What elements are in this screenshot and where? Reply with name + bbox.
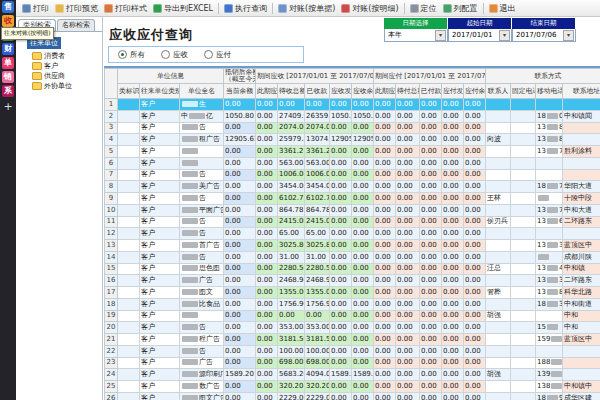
cell-pay-occurred[interactable]: 0.00 <box>442 381 464 393</box>
cell-recv-total[interactable]: 3025.80 <box>278 240 305 252</box>
cell-received[interactable]: 1006.00 <box>305 169 330 181</box>
cell-recv-balance[interactable]: 0.00 <box>352 334 374 346</box>
table-row[interactable]: 21客户程广告0.000.003181.503181.500.000.000.0… <box>105 334 600 346</box>
cell-pay-before[interactable]: 0.00 <box>374 169 396 181</box>
cell-mobile[interactable] <box>536 157 563 169</box>
cell-landline[interactable] <box>511 157 536 169</box>
cell-current-balance[interactable]: 0.00 <box>224 146 256 158</box>
cell-current-balance[interactable]: 0.00 <box>224 334 256 346</box>
cell-unit-category[interactable]: 客户 <box>140 240 180 252</box>
cell-class-flag[interactable] <box>118 334 140 346</box>
cell-pay-occurred[interactable]: 0.00 <box>442 216 464 228</box>
cell-class-flag[interactable] <box>118 310 140 322</box>
cell-unit-category[interactable]: 客户 <box>140 110 180 122</box>
cell-recv-occurred[interactable]: 0.00 <box>330 193 352 205</box>
cell-contact-person[interactable] <box>486 357 511 369</box>
cell-row-number[interactable]: 21 <box>105 334 118 346</box>
cell-paid[interactable]: 0.00 <box>420 122 442 134</box>
cell-class-flag[interactable] <box>118 193 140 205</box>
cell-class-flag[interactable] <box>118 322 140 334</box>
cell-recv-total[interactable]: 2229.00 <box>278 392 305 400</box>
cell-received[interactable]: 6102.73 <box>305 193 330 205</box>
cell-received[interactable]: 0.00 <box>305 310 330 322</box>
cell-unit-category[interactable]: 客户 <box>140 392 180 400</box>
cell-recv-before[interactable]: 0.00 <box>256 275 278 287</box>
cell-contact-person[interactable] <box>486 334 511 346</box>
run-query-button[interactable]: 执行查询 <box>221 1 270 15</box>
cell-class-flag[interactable] <box>118 157 140 169</box>
cell-paid[interactable]: 0.00 <box>420 193 442 205</box>
cell-pay-before[interactable]: 0.00 <box>374 381 396 393</box>
cell-row-number[interactable]: 23 <box>105 357 118 369</box>
cell-recv-balance[interactable]: 0.00 <box>352 216 374 228</box>
cell-contact-person[interactable] <box>486 169 511 181</box>
cell-current-balance[interactable]: 0.00 <box>224 322 256 334</box>
table-row[interactable]: 13客户首广告0.000.003025.803025.800.000.000.0… <box>105 240 600 252</box>
cell-recv-occurred[interactable]: 0.00 <box>330 392 352 400</box>
cell-landline[interactable] <box>511 392 536 400</box>
cell-recv-occurred[interactable]: 0.00 <box>330 298 352 310</box>
cell-mobile[interactable] <box>536 169 563 181</box>
cell-unit-category[interactable]: 客户 <box>140 204 180 216</box>
table-row[interactable]: 23客户广告0.000.00698.00698.000.000.000.000.… <box>105 357 600 369</box>
cell-recv-total[interactable]: 3181.50 <box>278 334 305 346</box>
cell-recv-balance[interactable]: 0.00 <box>352 251 374 263</box>
cell-unit-category[interactable]: 客户 <box>140 228 180 240</box>
cell-recv-balance[interactable]: 0.00 <box>352 357 374 369</box>
cell-pay-before[interactable]: 0.00 <box>374 240 396 252</box>
cell-pay-balance[interactable]: 0.00 <box>464 287 486 299</box>
cell-pay-balance[interactable]: 0.00 <box>464 310 486 322</box>
cell-pay-before[interactable]: 0.00 <box>374 263 396 275</box>
cell-landline[interactable] <box>511 263 536 275</box>
cell-recv-occurred[interactable]: 0.00 <box>330 381 352 393</box>
cell-unit-category[interactable]: 客户 <box>140 275 180 287</box>
receipt-module-icon[interactable]: 收 <box>2 15 14 27</box>
table-row[interactable]: 11客户告0.000.002415.002415.000.000.000.000… <box>105 216 600 228</box>
cell-pay-balance[interactable]: 0.00 <box>464 181 486 193</box>
end-date-select[interactable]: 2017/07/06▾ <box>512 29 576 42</box>
start-date-select[interactable]: 2017/01/01▾ <box>448 29 512 42</box>
cell-address[interactable]: 中和大道 <box>563 204 600 216</box>
cell-current-balance[interactable]: 0.00 <box>224 275 256 287</box>
cell-contact-person[interactable] <box>486 146 511 158</box>
cell-recv-balance[interactable]: 1589.20 <box>352 369 374 381</box>
cell-recv-occurred[interactable]: 1589.20 <box>330 369 352 381</box>
cell-recv-before[interactable]: 0.00 <box>256 381 278 393</box>
cell-pay-before[interactable]: 0.00 <box>374 122 396 134</box>
cell-landline[interactable] <box>511 216 536 228</box>
cell-unit-name[interactable]: 告 <box>180 122 224 134</box>
cell-recv-occurred[interactable]: 0.00 <box>330 169 352 181</box>
export-excel-button[interactable]: 导出到EXCEL <box>150 1 216 15</box>
cell-address[interactable]: 蓝顶区中 <box>563 334 600 346</box>
cell-paid[interactable]: 0.00 <box>420 169 442 181</box>
cell-recv-occurred[interactable]: 0.00 <box>330 99 352 111</box>
cell-paid[interactable]: 0.00 <box>420 334 442 346</box>
cell-pay-balance[interactable]: 0.00 <box>464 146 486 158</box>
cell-current-balance[interactable]: 0.00 <box>224 169 256 181</box>
cell-address[interactable] <box>563 122 600 134</box>
cell-current-balance[interactable]: 12905.63 <box>224 134 256 146</box>
cell-recv-before[interactable]: 0.00 <box>256 240 278 252</box>
cell-pay-before[interactable]: 0.00 <box>374 251 396 263</box>
cell-row-number[interactable]: 7 <box>105 169 118 181</box>
cell-unit-name[interactable]: 告 <box>180 251 224 263</box>
cell-current-balance[interactable]: 0.00 <box>224 157 256 169</box>
exit-button[interactable]: 退出 <box>486 1 519 15</box>
cell-unit-name[interactable]: 中亿 <box>180 110 224 122</box>
cell-received[interactable]: 3361.27 <box>305 146 330 158</box>
cell-row-number[interactable]: 4 <box>105 134 118 146</box>
cell-unit-category[interactable]: 客户 <box>140 134 180 146</box>
cell-row-number[interactable]: 3 <box>105 122 118 134</box>
cell-mobile[interactable] <box>536 310 563 322</box>
cell-recv-before[interactable]: 0.00 <box>256 193 278 205</box>
cell-recv-balance[interactable]: 0.00 <box>352 122 374 134</box>
table-row[interactable]: 16客户广告0.000.002468.942468.940.000.000.00… <box>105 275 600 287</box>
cell-unit-category[interactable]: 客户 <box>140 310 180 322</box>
cell-class-flag[interactable] <box>118 298 140 310</box>
cell-pay-before[interactable]: 0.00 <box>374 228 396 240</box>
cell-row-number[interactable]: 6 <box>105 157 118 169</box>
table-row[interactable]: 14客户告0.000.0031.0031.000.000.000.000.000… <box>105 251 600 263</box>
cell-recv-balance[interactable]: 0.00 <box>352 322 374 334</box>
sale-module-icon[interactable]: 售 <box>2 1 14 13</box>
cell-landline[interactable] <box>511 275 536 287</box>
